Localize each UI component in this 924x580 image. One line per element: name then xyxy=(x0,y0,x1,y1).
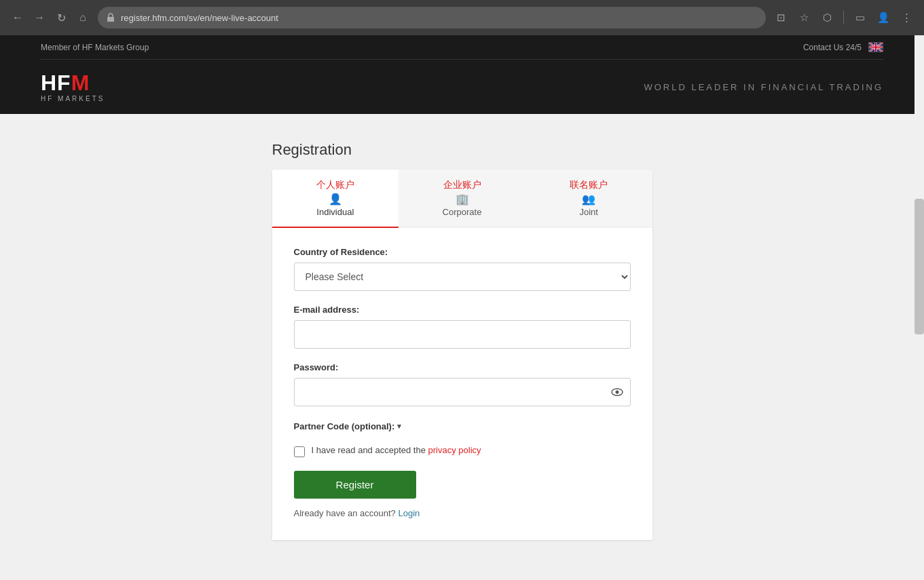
contact-area: Contact Us 24/5 xyxy=(803,42,883,52)
email-group: E-mail address: xyxy=(294,305,631,349)
scrollbar-track[interactable] xyxy=(914,35,924,580)
partner-code-toggle[interactable]: Partner Code (optional): ▾ xyxy=(294,421,402,431)
corporate-label: Corporate xyxy=(443,207,482,217)
country-select[interactable]: Please Select xyxy=(294,263,631,291)
url-text: register.hfm.com/sv/en/new-live-account xyxy=(121,13,278,23)
top-bar: Member of HF Markets Group Contact Us 24… xyxy=(41,35,883,60)
joint-label: Joint xyxy=(579,207,597,217)
partner-code-arrow: ▾ xyxy=(397,422,401,431)
divider xyxy=(843,11,844,24)
profile-button[interactable]: 👤 xyxy=(874,8,893,27)
registration-container: Registration 个人账户 👤 Individual 企业账户 🏢 Co… xyxy=(272,141,652,540)
country-label: Country of Residence: xyxy=(294,247,631,257)
tab-labels-row: 个人账户 👤 Individual 企业账户 🏢 Corporate 联名账户 … xyxy=(272,170,652,228)
joint-icon: 👥 xyxy=(582,193,595,206)
individual-icon: 👤 xyxy=(329,193,342,206)
individual-label: Individual xyxy=(316,207,354,217)
refresh-button[interactable]: ↻ xyxy=(52,8,71,27)
logo-bar: HFM HF MARKETS WORLD LEADER IN FINANCIAL… xyxy=(41,60,883,114)
browser-actions: ⊡ ☆ ⬡ ▭ 👤 ⋮ xyxy=(771,8,916,27)
login-link[interactable]: Login xyxy=(398,508,420,518)
site-header: Member of HF Markets Group Contact Us 24… xyxy=(0,35,924,114)
privacy-policy-link[interactable]: privacy policy xyxy=(428,445,481,455)
corporate-chinese-label: 企业账户 xyxy=(443,179,481,191)
tab-joint[interactable]: 联名账户 👥 Joint xyxy=(525,170,652,228)
account-tabs-wrapper: 个人账户 👤 Individual 企业账户 🏢 Corporate 联名账户 … xyxy=(272,170,652,540)
forward-button[interactable]: → xyxy=(30,8,49,27)
tagline: WORLD LEADER IN FINANCIAL TRADING xyxy=(644,82,883,92)
svg-point-3 xyxy=(615,391,618,394)
menu-button[interactable]: ⋮ xyxy=(897,8,916,27)
individual-chinese-label: 个人账户 xyxy=(316,179,354,191)
email-input[interactable] xyxy=(294,320,631,349)
logo-m: M xyxy=(71,71,90,95)
logo-area: HFM HF MARKETS xyxy=(41,72,105,102)
back-button[interactable]: ← xyxy=(8,8,27,27)
home-button[interactable]: ⌂ xyxy=(73,8,92,27)
partner-code-label: Partner Code (optional): xyxy=(294,421,395,431)
uk-flag-icon xyxy=(868,42,883,52)
privacy-row: I have read and accepted the privacy pol… xyxy=(294,445,631,457)
bookmark-button[interactable]: ☆ xyxy=(794,8,813,27)
privacy-checkbox[interactable] xyxy=(294,446,305,457)
privacy-prefix: I have read and accepted the xyxy=(312,445,428,455)
tab-individual[interactable]: 个人账户 👤 Individual xyxy=(272,170,399,228)
password-group: Password: xyxy=(294,362,631,406)
browser-toolbar: ← → ↻ ⌂ register.hfm.com/sv/en/new-live-… xyxy=(0,0,924,35)
country-group: Country of Residence: Please Select xyxy=(294,247,631,291)
contact-text: Contact Us 24/5 xyxy=(803,43,862,52)
email-label: E-mail address: xyxy=(294,305,631,315)
corporate-icon: 🏢 xyxy=(456,193,469,206)
split-button[interactable]: ▭ xyxy=(851,8,870,27)
svg-rect-0 xyxy=(107,17,114,22)
logo-hf: HF xyxy=(41,71,71,95)
password-wrapper xyxy=(294,378,631,406)
nav-buttons: ← → ↻ ⌂ xyxy=(8,8,92,27)
tab-corporate[interactable]: 企业账户 🏢 Corporate xyxy=(399,170,525,228)
lock-icon xyxy=(106,13,115,22)
already-account-text: Already have an account? xyxy=(294,508,399,518)
privacy-text: I have read and accepted the privacy pol… xyxy=(312,445,481,455)
scrollbar-thumb[interactable] xyxy=(914,199,924,334)
address-bar[interactable]: register.hfm.com/sv/en/new-live-account xyxy=(98,7,766,28)
form-area: Country of Residence: Please Select E-ma… xyxy=(272,228,652,540)
logo-hfm: HFM xyxy=(41,72,105,94)
password-label: Password: xyxy=(294,362,631,372)
page-content: Registration 个人账户 👤 Individual 企业账户 🏢 Co… xyxy=(0,114,924,580)
joint-chinese-label: 联名账户 xyxy=(570,179,608,191)
eye-icon xyxy=(610,385,624,399)
login-prompt: Already have an account? Login xyxy=(294,508,631,518)
member-text: Member of HF Markets Group xyxy=(41,43,149,52)
registration-title: Registration xyxy=(272,141,652,159)
translate-button[interactable]: ⊡ xyxy=(771,8,790,27)
password-input[interactable] xyxy=(294,378,631,406)
extension-button[interactable]: ⬡ xyxy=(817,8,836,27)
register-button[interactable]: Register xyxy=(294,471,416,499)
logo-subtitle: HF MARKETS xyxy=(41,95,105,102)
show-password-button[interactable] xyxy=(610,385,624,399)
